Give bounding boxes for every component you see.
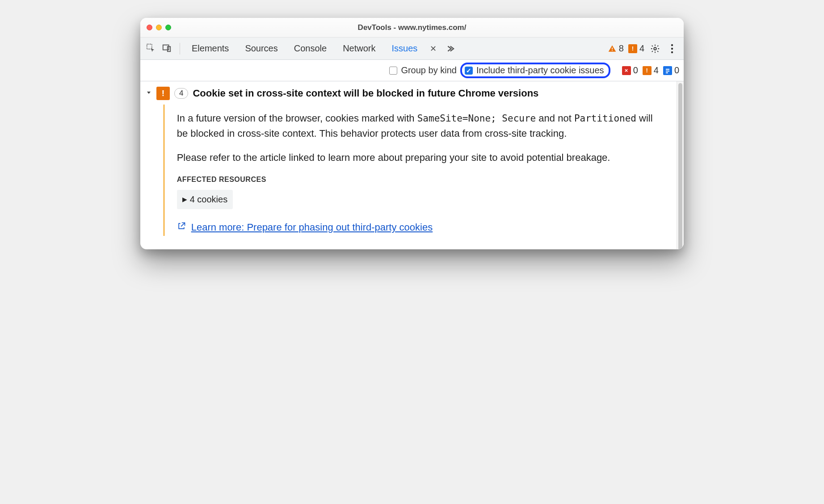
checkbox-icon [389,67,397,75]
issues-list: ! 4 Cookie set in cross-site context wil… [140,81,677,249]
breaking-changes-count[interactable]: ! 4 [643,65,659,76]
devtools-tab-strip: Elements Sources Console Network Issues … [140,38,684,60]
code-partitioned: Partitioned [574,113,636,124]
settings-gear-icon[interactable] [649,42,661,55]
tab-issues[interactable]: Issues [385,38,425,59]
include-third-party-label: Include third-party cookie issues [476,65,604,76]
exclamation-icon: ! [643,66,652,75]
more-tabs-icon[interactable] [442,44,457,54]
window-title: DevTools - www.nytimes.com/ [140,23,684,32]
issue-severity-icon: ! [156,87,170,100]
svg-rect-11 [666,72,668,73]
warnings-indicator[interactable]: 8 [608,43,624,54]
improvements-count[interactable]: 0 [663,65,679,76]
svg-rect-3 [612,47,613,49]
issues-indicator[interactable]: ! 4 [628,43,644,54]
titlebar: DevTools - www.nytimes.com/ [140,18,684,38]
issue-occurrence-count: 4 [174,88,188,99]
scrollbar-thumb[interactable] [678,83,682,249]
include-third-party-highlight: Include third-party cookie issues [460,63,610,78]
group-by-kind-checkbox[interactable]: Group by kind [389,65,457,76]
svg-point-7 [671,47,673,49]
group-by-kind-label: Group by kind [401,65,457,76]
device-toolbar-icon[interactable] [162,43,172,55]
svg-point-8 [671,51,673,53]
code-samesite: SameSite=None; Secure [417,113,536,124]
tab-sources[interactable]: Sources [238,38,285,59]
svg-rect-10 [666,71,669,71]
chevron-down-icon[interactable] [146,89,152,97]
svg-point-6 [671,44,673,46]
devtools-window: DevTools - www.nytimes.com/ Elements Sou… [140,18,684,249]
issue-header-row[interactable]: ! 4 Cookie set in cross-site context wil… [140,83,677,105]
issue-severity-counts: × 0 ! 4 0 [622,65,679,76]
warnings-count: 8 [619,43,624,54]
affected-resources-label: AFFECTED RESOURCES [177,174,661,185]
affected-cookies-toggle[interactable]: ▶ 4 cookies [177,190,233,209]
issue-paragraph-1: In a future version of the browser, cook… [177,111,661,141]
svg-point-5 [654,47,656,50]
checkbox-checked-icon [465,67,473,75]
tab-network[interactable]: Network [336,38,383,59]
inspect-element-icon[interactable] [146,43,156,55]
close-tab-icon[interactable]: ✕ [426,44,440,54]
include-third-party-checkbox[interactable]: Include third-party cookie issues [465,65,604,76]
kebab-menu-icon[interactable] [666,42,678,55]
page-errors-count[interactable]: × 0 [622,65,638,76]
learn-more-link[interactable]: Learn more: Prepare for phasing out thir… [191,220,433,235]
external-link-icon [177,220,186,235]
issue-title: Cookie set in cross-site context will be… [193,88,538,99]
tab-console[interactable]: Console [287,38,334,59]
exclamation-icon: ! [628,44,637,53]
divider [180,43,180,55]
scrollbar[interactable] [677,81,684,249]
issues-count: 4 [639,43,644,54]
issues-filter-bar: Group by kind Include third-party cookie… [140,60,684,81]
chevron-right-icon: ▶ [182,195,187,205]
error-x-icon: × [622,66,631,75]
affected-cookies-text: 4 cookies [190,193,228,206]
tab-elements[interactable]: Elements [185,38,236,59]
issue-paragraph-2: Please refer to the article linked to le… [177,150,661,165]
info-icon [663,66,672,75]
svg-rect-4 [612,50,613,51]
svg-rect-9 [666,69,669,70]
issue-body: In a future version of the browser, cook… [164,105,677,236]
